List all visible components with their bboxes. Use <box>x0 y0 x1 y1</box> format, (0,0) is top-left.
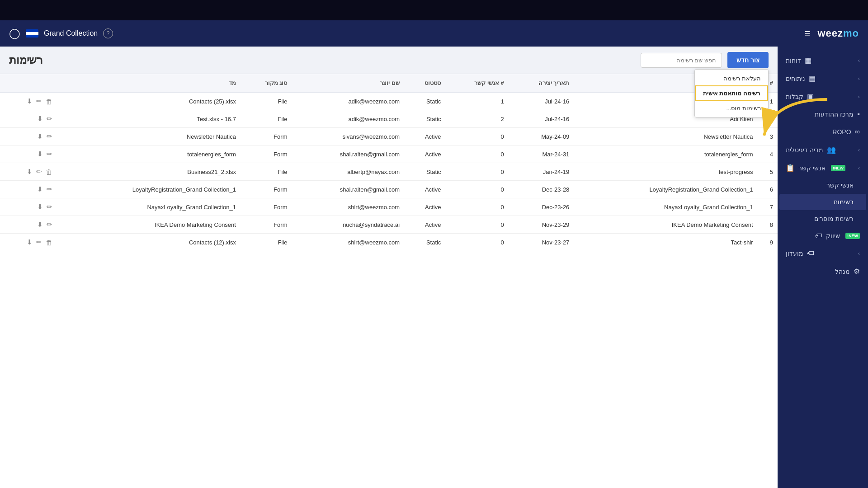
cell-file: LoyaltyRegistration_Grand Collection_1 <box>57 181 241 198</box>
cell-num: 6 <box>758 181 778 198</box>
cell-name: NayaxLoyalty_Grand Collection_1 <box>574 198 757 216</box>
sidebar-item-notifications[interactable]: ▪ מרכז ההודעות <box>779 106 866 123</box>
sidebar-item-receipts[interactable]: › ▣ קבלות <box>779 88 866 105</box>
cell-actions: ✏⬇ <box>0 110 57 128</box>
marketing-icon: 🏷 <box>815 232 822 240</box>
analytics-icon: ▤ <box>809 74 816 83</box>
cell-source: Form <box>241 145 292 163</box>
cell-creator: sivans@weezmo.com <box>292 128 404 145</box>
main-layout: › ▦ דוחות › ▤ ניתוחים › ▣ קבלות ▪ מרכז ה… <box>0 47 868 488</box>
account-icon[interactable]: ◯ <box>9 28 20 39</box>
cell-creator: shai.raiten@gmail.com <box>292 145 404 163</box>
sidebar-item-admin[interactable]: ⚙ מנהל <box>779 263 866 280</box>
edit-icon[interactable]: ✏ <box>47 115 52 123</box>
sidebar-item-label: רשימות <box>834 198 854 206</box>
edit-icon[interactable]: ✏ <box>36 168 42 176</box>
cell-creator: albertp@nayax.com <box>292 163 404 181</box>
cell-actions: ✏⬇ <box>0 198 57 216</box>
cell-created: Dec-23-26 <box>509 198 574 216</box>
cell-actions: ✏⬇ <box>0 181 57 198</box>
help-icon[interactable]: ? <box>103 28 113 38</box>
cell-actions: 🗑✏⬇ <box>0 92 57 110</box>
new-button[interactable]: צור חדש <box>727 52 769 68</box>
cell-created: Mar-24-31 <box>509 145 574 163</box>
download-icon[interactable]: ⬇ <box>37 150 43 158</box>
col-contacts: # אנשי קשר <box>445 74 508 92</box>
edit-icon[interactable]: ✏ <box>47 150 52 158</box>
sidebar-item-label: אנשי קשר <box>798 164 826 172</box>
toolbar: צור חדש העלאת רשימה רשימה מותאמת אישית ר… <box>0 47 778 74</box>
cell-source: File <box>241 110 292 128</box>
sidebar-item-digital-media[interactable]: › 👥 מדיה דיגיטלית <box>779 141 866 159</box>
cell-created: Dec-23-28 <box>509 181 574 198</box>
cell-creator: adik@weezmo.com <box>292 92 404 110</box>
chevron-icon: › <box>858 165 860 171</box>
sidebar-item-label: קבלות <box>786 93 803 100</box>
download-icon[interactable]: ⬇ <box>37 185 43 193</box>
download-icon[interactable]: ⬇ <box>37 115 43 123</box>
edit-icon[interactable]: ✏ <box>47 132 52 141</box>
flag-icon <box>26 29 38 38</box>
cell-creator: nucha@syndatrace.ai <box>292 216 404 234</box>
cell-created: Nov-23-29 <box>509 216 574 234</box>
sidebar-item-club[interactable]: › 🏷 מועדון <box>779 245 866 262</box>
table-row: 3 Newsletter Nautica May-24-09 0 Active … <box>0 128 778 145</box>
cell-contacts: 0 <box>445 216 508 234</box>
sidebar-item-contacts[interactable]: אנשי קשר <box>779 177 866 193</box>
search-input[interactable] <box>641 53 722 68</box>
cell-contacts: 0 <box>445 145 508 163</box>
club-icon: 🏷 <box>807 249 814 258</box>
cell-file: Test.xlsx - 16.7 <box>57 110 241 128</box>
cell-actions: 🗑✏⬇ <box>0 234 57 251</box>
header-left-controls: ◯ Grand Collection ? <box>9 28 113 39</box>
edit-icon[interactable]: ✏ <box>47 185 52 193</box>
workspace-title: Grand Collection <box>44 29 98 38</box>
sidebar-item-unsubscribed[interactable]: רשימת מוסרים <box>779 211 866 227</box>
edit-icon[interactable]: ✏ <box>36 97 42 105</box>
sidebar-item-lists[interactable]: רשימות <box>779 194 866 210</box>
cell-created: Jan-24-19 <box>509 163 574 181</box>
sidebar-item-contacts-parent[interactable]: › NEW! אנשי קשר 📋 <box>779 159 866 177</box>
hamburger-menu[interactable]: ≡ <box>805 28 811 39</box>
download-icon[interactable]: ⬇ <box>27 97 33 105</box>
delete-icon[interactable]: 🗑 <box>46 168 52 176</box>
edit-icon[interactable]: ✏ <box>47 203 52 211</box>
cell-status: Active <box>404 181 445 198</box>
edit-icon[interactable]: ✏ <box>36 238 42 246</box>
dropdown-item-custom[interactable]: רשימה מותאמת אישית <box>695 85 768 101</box>
contacts-icon: 📋 <box>786 164 795 172</box>
sidebar-item-marketing[interactable]: NEW! שיווק 🏷 <box>779 227 866 244</box>
delete-icon[interactable]: 🗑 <box>46 98 52 105</box>
chevron-icon: › <box>858 94 860 100</box>
cell-num: 9 <box>758 234 778 251</box>
cell-file: Contacts (12).xlsx <box>57 234 241 251</box>
sidebar-item-reports[interactable]: › ▦ דוחות <box>779 52 866 69</box>
app-logo: weezmo <box>817 28 859 39</box>
cell-contacts: 0 <box>445 163 508 181</box>
dropdown-item-other[interactable]: רשימות מוס... <box>695 101 768 115</box>
delete-icon[interactable]: 🗑 <box>46 239 52 246</box>
receipts-icon: ▣ <box>807 92 814 101</box>
download-icon[interactable]: ⬇ <box>37 132 43 141</box>
cell-creator: shai.raiten@gmail.com <box>292 181 404 198</box>
cell-contacts: 0 <box>445 198 508 216</box>
sidebar-item-analytics[interactable]: › ▤ ניתוחים <box>779 70 866 87</box>
dropdown-item-upload[interactable]: העלאת רשימה <box>695 71 768 85</box>
admin-icon: ⚙ <box>854 267 860 276</box>
cell-actions: ✏⬇ <box>0 145 57 163</box>
download-icon[interactable]: ⬇ <box>27 238 33 246</box>
cell-creator: shirt@weezmo.com <box>292 198 404 216</box>
sidebar-item-ropo[interactable]: ∞ ROPO <box>779 123 866 141</box>
chevron-icon: › <box>858 57 860 64</box>
cell-contacts: 0 <box>445 181 508 198</box>
cell-num: 3 <box>758 128 778 145</box>
cell-created: Jul-24-16 <box>509 110 574 128</box>
cell-file: NayaxLoyalty_Grand Collection_1 <box>57 198 241 216</box>
table-row: 2 Adi Klien Jul-24-16 2 Static adik@weez… <box>0 110 778 128</box>
download-icon[interactable]: ⬇ <box>37 203 43 211</box>
download-icon[interactable]: ⬇ <box>27 168 33 176</box>
cell-status: Static <box>404 163 445 181</box>
top-bar <box>0 0 868 20</box>
edit-icon[interactable]: ✏ <box>47 221 52 229</box>
download-icon[interactable]: ⬇ <box>37 221 43 229</box>
